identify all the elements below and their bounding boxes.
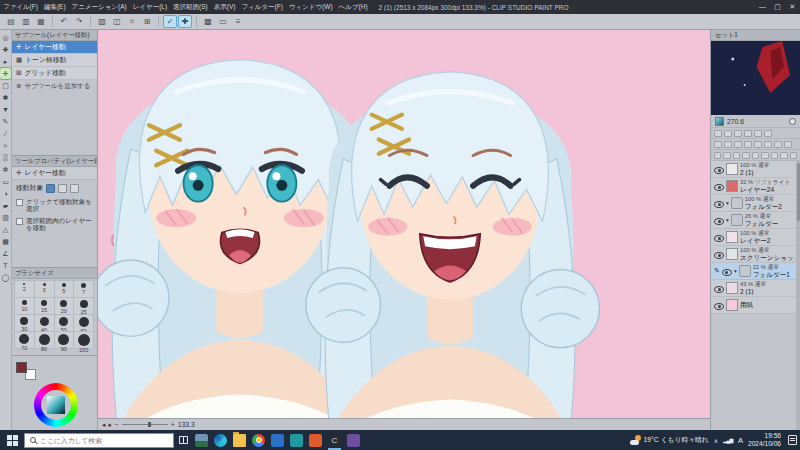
transfer-layer-icon[interactable] bbox=[733, 152, 740, 159]
zoom-out-icon[interactable]: − bbox=[115, 421, 119, 428]
menu-layer[interactable]: レイヤー(L) bbox=[130, 3, 170, 12]
minimize-button[interactable]: — bbox=[755, 3, 770, 11]
layer-visibility-eye-icon[interactable] bbox=[714, 301, 724, 310]
brush-size-cell[interactable]: 15 bbox=[34, 297, 55, 315]
select-rectangle-icon[interactable]: ▧ bbox=[95, 15, 109, 28]
blend-tool-icon[interactable]: ◑ bbox=[0, 188, 11, 199]
layer-row[interactable]: 43 % 通常2 (1) bbox=[711, 280, 800, 297]
nav-prev-icon[interactable]: ◂ bbox=[102, 421, 105, 429]
brush-size-cell[interactable]: 25 bbox=[73, 297, 94, 315]
fill-tool-icon[interactable]: ▰ bbox=[0, 200, 11, 211]
brush-size-cell[interactable]: 10 bbox=[14, 297, 35, 315]
taskbar-clock[interactable]: 19:56 2024/10/06 bbox=[748, 432, 781, 447]
approximate-color-tab-icon[interactable] bbox=[764, 130, 772, 137]
tool-option-click-target[interactable]: クリックで移動対象を選択 bbox=[12, 196, 97, 215]
brush-size-cell[interactable]: 70 bbox=[14, 331, 35, 349]
auto-select-tool-icon[interactable]: ✱ bbox=[0, 92, 11, 103]
color-mix-icon[interactable] bbox=[789, 118, 796, 125]
start-button[interactable] bbox=[0, 430, 24, 450]
zoom-slider[interactable] bbox=[122, 424, 168, 425]
layer-row[interactable]: 32 % ソフトライトレイヤー24 bbox=[711, 178, 800, 195]
layer-visibility-eye-icon[interactable] bbox=[714, 199, 724, 208]
zoom-in-icon[interactable]: + bbox=[171, 421, 175, 428]
brush-size-cell[interactable]: 5 bbox=[54, 280, 75, 298]
layer-menu-icon[interactable] bbox=[790, 152, 797, 159]
color-wheel-tab-icon[interactable] bbox=[714, 130, 722, 137]
invert-selection-icon[interactable]: ⌗ bbox=[125, 15, 139, 28]
layer-list-scrollbar[interactable] bbox=[796, 161, 800, 430]
weather-widget[interactable]: 19°C くもり時々晴れ bbox=[630, 435, 709, 445]
snap-to-ruler-icon[interactable]: ✓ bbox=[163, 15, 177, 28]
brush-size-cell[interactable]: 3 bbox=[34, 280, 55, 298]
layer-mask-icon[interactable] bbox=[752, 152, 759, 159]
layer-visibility-eye-icon[interactable] bbox=[722, 267, 732, 276]
layer-visibility-eye-icon[interactable] bbox=[714, 182, 724, 191]
layer-folder-row[interactable]: ▾ 100 % 通常フォルダー2 bbox=[711, 195, 800, 212]
brush-size-cell[interactable]: 60 bbox=[73, 314, 94, 332]
close-button[interactable]: ✕ bbox=[785, 3, 800, 11]
airbrush-tool-icon[interactable]: ▒ bbox=[0, 152, 11, 163]
folder-expand-icon[interactable]: ▾ bbox=[726, 217, 729, 223]
brush-size-cell[interactable]: 7 bbox=[73, 280, 94, 298]
color-set-tab-icon[interactable] bbox=[734, 130, 742, 137]
taskbar-app-teal[interactable] bbox=[287, 430, 306, 450]
layer-panel-tool-icon[interactable] bbox=[724, 141, 732, 148]
menu-window[interactable]: ウィンドウ(W) bbox=[286, 3, 336, 12]
layer-panel-tool-icon[interactable] bbox=[764, 141, 772, 148]
snap-to-special-ruler-icon[interactable]: ✚ bbox=[178, 15, 192, 28]
taskbar-search-box[interactable] bbox=[24, 433, 174, 448]
checkbox-icon[interactable] bbox=[16, 199, 23, 206]
subtool-item-tone-move[interactable]: ▦ トーン柄移動 bbox=[12, 54, 97, 67]
operation-tool-icon[interactable]: ▸ bbox=[0, 56, 11, 67]
pencil-tool-icon[interactable]: ∕ bbox=[0, 128, 11, 139]
taskbar-app-store[interactable] bbox=[268, 430, 287, 450]
ruler-tool-icon[interactable]: ∠ bbox=[0, 248, 11, 259]
new-folder-icon[interactable] bbox=[723, 152, 730, 159]
maximize-button[interactable]: ▢ bbox=[770, 3, 785, 11]
move-target-option-2[interactable] bbox=[58, 184, 67, 193]
layer-folder-row[interactable]: ▾ 26 % 通常フォルダー bbox=[711, 212, 800, 229]
taskbar-app-chrome[interactable] bbox=[249, 430, 268, 450]
layer-move-tool-icon[interactable]: ✛ bbox=[0, 68, 11, 79]
menu-animation[interactable]: アニメーション(A) bbox=[69, 3, 130, 12]
brush-size-cell[interactable]: 30 bbox=[14, 314, 35, 332]
eraser-tool-icon[interactable]: ▭ bbox=[0, 176, 11, 187]
delete-layer-icon[interactable] bbox=[780, 152, 787, 159]
taskbar-app-edge[interactable] bbox=[211, 430, 230, 450]
tray-chevron-icon[interactable]: ∧ bbox=[714, 437, 718, 444]
color-slider-tab-icon[interactable] bbox=[724, 130, 732, 137]
main-menu-icon[interactable]: ≡ bbox=[231, 15, 245, 28]
deselect-icon[interactable]: ◫ bbox=[110, 15, 124, 28]
foreground-background-swatches[interactable] bbox=[16, 362, 36, 380]
layer-visibility-eye-icon[interactable] bbox=[714, 165, 724, 174]
layer-visibility-eye-icon[interactable] bbox=[714, 284, 724, 293]
layer-panel-tool-icon[interactable] bbox=[774, 141, 782, 148]
brush-size-cell[interactable]: 2 bbox=[14, 280, 35, 298]
layer-panel-tool-icon[interactable] bbox=[754, 141, 762, 148]
brush-size-cell[interactable]: 90 bbox=[54, 331, 75, 349]
layer-panel-tool-icon[interactable] bbox=[714, 141, 722, 148]
brush-size-cell[interactable]: 80 bbox=[34, 331, 55, 349]
color-history-tab-icon[interactable] bbox=[744, 130, 752, 137]
eyedropper-tool-icon[interactable]: ▼ bbox=[0, 104, 11, 115]
two-pane-icon[interactable] bbox=[771, 152, 778, 159]
folder-expand-icon[interactable]: ▾ bbox=[726, 200, 729, 206]
taskbar-app-photos[interactable] bbox=[192, 430, 211, 450]
brush-size-cell[interactable]: 50 bbox=[54, 314, 75, 332]
expand-selection-icon[interactable]: ⊞ bbox=[140, 15, 154, 28]
search-input[interactable] bbox=[40, 437, 160, 444]
frame-border-tool-icon[interactable]: ▦ bbox=[0, 236, 11, 247]
subtool-item-grid-move[interactable]: ⊞ グリッド移動 bbox=[12, 67, 97, 80]
layer-row[interactable]: 100 % 通常スクリーンショット (730) bbox=[711, 246, 800, 263]
layer-visibility-eye-icon[interactable] bbox=[714, 250, 724, 259]
add-subtool-button[interactable]: ⊕ サブツールを追加する bbox=[12, 80, 97, 92]
layer-panel-tool-icon[interactable] bbox=[744, 141, 752, 148]
new-layer-icon[interactable] bbox=[714, 152, 721, 159]
notification-center-icon[interactable] bbox=[788, 435, 797, 445]
paper-layer-row[interactable]: 用紙 bbox=[711, 297, 800, 314]
layer-panel-tool-icon[interactable] bbox=[734, 141, 742, 148]
move-target-option-1[interactable] bbox=[46, 184, 55, 193]
grid-toggle-icon[interactable]: ▩ bbox=[201, 15, 215, 28]
brush-size-cell[interactable]: 20 bbox=[54, 297, 75, 315]
taskbar-app-explorer[interactable] bbox=[230, 430, 249, 450]
